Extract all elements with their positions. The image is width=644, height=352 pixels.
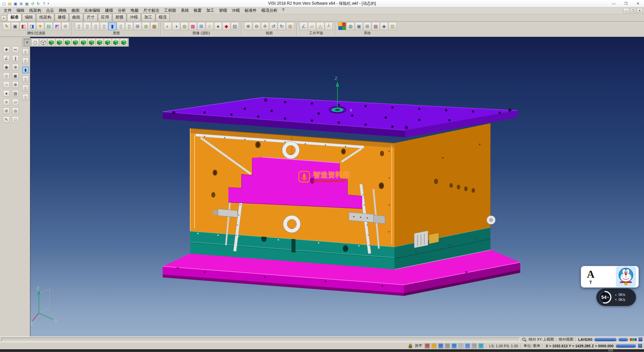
workplane-3points-icon[interactable]: △	[316, 22, 324, 30]
active-layer-status[interactable]: LAYER0	[578, 338, 592, 342]
net-speed-widget[interactable]: 54% ▲0K/s ▼0K/s	[596, 289, 636, 306]
open-file-icon[interactable]: ▤	[7, 1, 12, 6]
macro-icon[interactable]: ▦	[372, 22, 380, 30]
wireframe-cube-icon[interactable]	[40, 39, 47, 46]
menu-模流分析[interactable]: 模流分析	[259, 7, 280, 14]
database-icon[interactable]: ▥	[388, 22, 396, 30]
snap-tangent-icon[interactable]: ◎	[12, 107, 19, 114]
mdi-restore-button[interactable]: ❐	[630, 8, 636, 13]
toggle-layers[interactable]: ▯	[22, 94, 29, 100]
toggle-surfaces[interactable]: ▯	[22, 57, 29, 64]
list-icon[interactable]: ≡	[3, 99, 10, 105]
wireframe-display-icon[interactable]: ▯	[75, 22, 83, 30]
view-left-icon[interactable]	[80, 39, 87, 46]
face-filter-icon[interactable]: ◨	[28, 22, 36, 30]
menu-视窗[interactable]: 视窗	[191, 7, 204, 14]
print-icon[interactable]: ▦	[24, 1, 30, 6]
menu-点云[interactable]: 点云	[44, 7, 56, 14]
globe-icon[interactable]: ◍	[346, 22, 355, 30]
layers-icon[interactable]: ▤	[12, 90, 19, 97]
menu-工程图[interactable]: 工程图	[162, 7, 178, 14]
previous-view-icon[interactable]: ↻	[278, 22, 286, 30]
analysis-display-icon[interactable]: ▯	[125, 22, 133, 30]
color-palette-icon[interactable]	[338, 22, 346, 30]
sketch-icon[interactable]: ✎	[3, 116, 10, 123]
ime-tool-mark[interactable]: T	[589, 280, 592, 285]
environment-icon[interactable]: ▨	[231, 22, 239, 30]
mdi-minimize-button[interactable]: —	[623, 8, 629, 13]
move-icon[interactable]: ⊕	[12, 64, 19, 71]
view-orientation-status[interactable]: 绝对 XY 上视图	[529, 337, 554, 342]
view-top-icon[interactable]	[56, 39, 63, 46]
tab-塑膜[interactable]: 塑膜	[112, 13, 126, 21]
zoom-extents-icon[interactable]: ⊕	[244, 22, 252, 30]
view-right-icon[interactable]	[72, 39, 79, 46]
measure-angle-icon[interactable]: ∠	[3, 55, 10, 62]
scene-tree-icon[interactable]: ≡	[23, 39, 31, 46]
toggle-points[interactable]: ▯	[22, 76, 29, 82]
menu-系统[interactable]: 系统	[178, 7, 191, 14]
zoom-window-icon[interactable]: ⊖	[253, 22, 261, 30]
view-axonometric-icon[interactable]	[104, 39, 111, 46]
workplane-normal-icon[interactable]: ┴	[325, 22, 333, 30]
properties-icon[interactable]: ▣	[12, 73, 19, 79]
light-icon[interactable]: ◇	[206, 22, 214, 30]
toggle-solids[interactable]: ▯	[22, 48, 29, 55]
hidden-line-display-icon[interactable]: ▯	[83, 22, 91, 30]
rotate-view-icon[interactable]: ↺	[269, 22, 277, 30]
3d-viewport-canvas[interactable]: Z V Z X Y	[30, 37, 644, 337]
mirror-icon[interactable]: ◇	[3, 73, 10, 79]
view-back-icon[interactable]	[88, 39, 95, 46]
menu-建模[interactable]: 建模	[103, 7, 115, 14]
view-rotate-icon[interactable]	[112, 39, 119, 46]
highlight-icon[interactable]: ◆	[222, 22, 230, 30]
help-icon[interactable]: ?	[41, 1, 47, 6]
3d-viewport[interactable]: Z V Z X Y	[30, 37, 644, 337]
ime-toolbar[interactable]: A T	[581, 266, 639, 288]
view-front-icon[interactable]	[64, 39, 71, 46]
no-snap-icon[interactable]: ⊘	[3, 107, 10, 114]
menu-实体编辑[interactable]: 实体编辑	[82, 7, 103, 14]
new-file-icon[interactable]: ▢	[1, 1, 7, 6]
menu-?[interactable]: ?	[280, 7, 287, 14]
ortho-status-icon[interactable]	[438, 343, 443, 349]
save-icon[interactable]: ▣	[13, 1, 18, 6]
close-button[interactable]: ✕	[632, 0, 644, 7]
menu-标准件[interactable]: 标准件	[242, 7, 259, 14]
snap-point-icon[interactable]: ○	[3, 81, 10, 88]
ambient-icon[interactable]: ●	[214, 22, 222, 30]
menu-电极[interactable]: 电极	[128, 7, 141, 14]
toggle-dimensions[interactable]: ▯	[22, 85, 29, 91]
menu-冲模[interactable]: 冲模	[229, 7, 242, 14]
menu-尺寸标注[interactable]: 尺寸标注	[141, 7, 162, 14]
snap-quadrant-icon[interactable]: ●	[3, 90, 10, 97]
menu-网格[interactable]: 网格	[56, 7, 69, 14]
refresh-status-icon[interactable]	[478, 343, 484, 349]
search-icon[interactable]	[522, 337, 527, 342]
material-icon[interactable]: ▦	[189, 22, 197, 30]
tab-加工[interactable]: 加工	[141, 13, 155, 21]
lock-status-label[interactable]: 拴牢	[415, 343, 422, 348]
layer-filter-icon[interactable]: ▤	[45, 22, 53, 30]
parallel-icon[interactable]: ∥	[12, 55, 19, 62]
menu-编辑[interactable]: 编辑	[14, 7, 27, 14]
snap-grid-icon[interactable]: ✚	[3, 46, 10, 53]
snapshot-icon[interactable]: ▣	[355, 22, 363, 30]
texture-map-icon[interactable]: ⊞	[197, 22, 205, 30]
snap-center-icon[interactable]: ◉	[3, 64, 10, 71]
pan-view-icon[interactable]: ✛	[261, 22, 269, 30]
menu-文件[interactable]: 文件	[1, 7, 14, 14]
tab-曲面[interactable]: 曲面	[69, 13, 83, 21]
named-views-icon[interactable]: ◎	[286, 22, 294, 30]
render-quality-icon[interactable]: ◐	[164, 22, 172, 30]
delete-icon[interactable]: ⊗	[12, 81, 19, 88]
plane-icon[interactable]: ▱	[12, 99, 19, 105]
grid-status-icon[interactable]	[431, 343, 437, 349]
otrack-status-icon[interactable]	[458, 343, 464, 349]
redo-icon[interactable]: ↻	[36, 1, 41, 6]
tab-应用[interactable]: 应用	[98, 13, 112, 21]
clear-filter-icon[interactable]: ⊘	[61, 22, 69, 30]
dyn-status-icon[interactable]	[465, 343, 470, 349]
view-shaded-cube-icon[interactable]	[120, 39, 127, 46]
menu-塑模[interactable]: 塑模	[217, 7, 229, 14]
